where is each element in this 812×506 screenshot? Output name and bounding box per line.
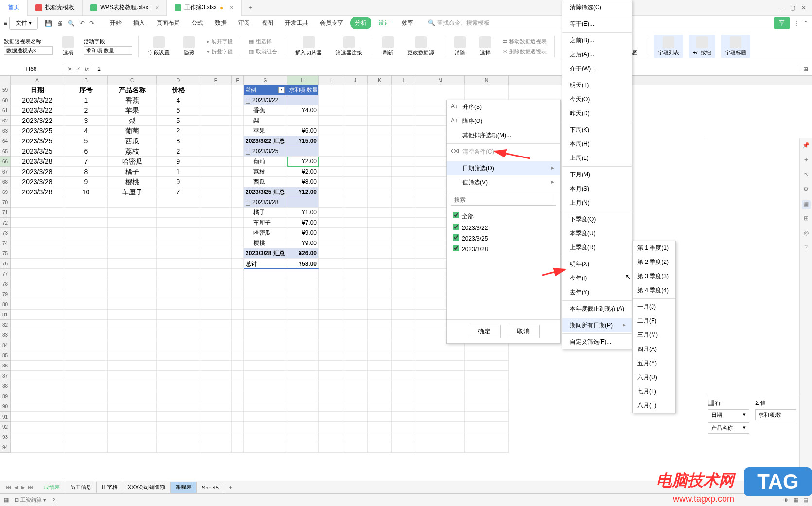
name-box[interactable]: H66: [0, 66, 63, 72]
close-icon[interactable]: ×: [155, 4, 159, 11]
date-filter-item[interactable]: 日期筛选(D)▸: [447, 161, 560, 175]
row-header[interactable]: 81: [0, 310, 11, 320]
formula-input[interactable]: 2: [93, 66, 799, 72]
hide-button[interactable]: 隐藏: [179, 35, 199, 58]
row-header[interactable]: 73: [0, 228, 11, 238]
period-item[interactable]: 七月(L): [633, 384, 675, 399]
col-header[interactable]: L: [392, 76, 416, 85]
grid-cells[interactable]: 日期序号产品名称价格举例▾求和项:数量2023/3/221香蕉4−2023/3/…: [11, 85, 812, 453]
ribbon-tab-design[interactable]: 设计: [373, 17, 395, 29]
row-header[interactable]: 62: [0, 116, 11, 126]
col-header[interactable]: H: [287, 76, 319, 85]
col-header[interactable]: C: [108, 76, 157, 85]
period-item[interactable]: 六月(U): [633, 370, 675, 384]
field-list-button[interactable]: 字段列表: [654, 35, 683, 58]
check-date[interactable]: 2023/3/25: [453, 233, 554, 244]
submenu-item[interactable]: 上周(L): [562, 151, 632, 165]
row-header[interactable]: 77: [0, 269, 11, 279]
filter-conn-button[interactable]: 筛选器连接: [332, 35, 366, 58]
close-icon[interactable]: ×: [230, 4, 233, 11]
sheet-tab[interactable]: 成绩表: [39, 482, 65, 493]
sheet-tab[interactable]: XXX公司销售额: [123, 482, 171, 493]
field-headers-button[interactable]: 字段标题: [721, 35, 750, 58]
page-view-icon[interactable]: ▤: [803, 497, 808, 503]
cursor-icon[interactable]: ↖: [802, 171, 811, 180]
row-header[interactable]: 61: [0, 105, 11, 116]
submenu-item[interactable]: 上季度(R): [562, 241, 632, 255]
sheet-tab[interactable]: 员工信息: [65, 482, 97, 493]
expand-field-button[interactable]: ▸展开字段: [205, 37, 235, 46]
submenu-item[interactable]: 今年(I): [562, 271, 632, 285]
add-sheet-button[interactable]: ＋: [224, 484, 237, 491]
tab-file-2[interactable]: 工作簿3.xlsx ● ×: [167, 0, 242, 16]
search-box[interactable]: 🔍 查找命令、搜索模板: [428, 19, 489, 27]
period-item[interactable]: 一月(J): [633, 300, 675, 314]
col-header[interactable]: A: [11, 76, 64, 85]
row-header[interactable]: 79: [0, 289, 11, 299]
period-item[interactable]: 第 3 季度(3): [633, 269, 675, 283]
row-header[interactable]: 84: [0, 340, 11, 350]
period-item[interactable]: 第 2 季度(2): [633, 255, 675, 269]
submenu-item[interactable]: 清除筛选(C): [562, 0, 632, 15]
ribbon-tab[interactable]: 开发工具: [280, 17, 313, 29]
move-pivot-button[interactable]: ⇄移动数据透视表: [501, 37, 548, 46]
help-icon[interactable]: ?: [802, 244, 811, 253]
ribbon-tab[interactable]: 开始: [105, 17, 126, 29]
save-icon[interactable]: 💾: [44, 19, 53, 28]
col-header[interactable]: K: [368, 76, 392, 85]
submenu-item[interactable]: 之后(A)...: [562, 48, 632, 62]
print-icon[interactable]: 🖨: [56, 19, 64, 28]
options-button[interactable]: 选项: [58, 35, 78, 58]
period-item[interactable]: 三月(M): [633, 328, 675, 342]
sort-asc-item[interactable]: A↓升序(S): [447, 100, 560, 114]
refresh-button[interactable]: 刷新: [378, 35, 398, 58]
submenu-item[interactable]: 本年度截止到现在(A): [562, 302, 632, 316]
clear-cond-item[interactable]: ⌫清空条件(C): [447, 145, 560, 159]
period-item[interactable]: 第 4 季度(4): [633, 283, 675, 297]
row-header[interactable]: 68: [0, 177, 11, 187]
submenu-item[interactable]: 介于(W)...: [562, 62, 632, 76]
connections-icon[interactable]: ⊞: [802, 215, 811, 224]
ribbon-tab[interactable]: 审阅: [233, 17, 255, 29]
row-header[interactable]: 90: [0, 401, 11, 412]
cancel-formula-icon[interactable]: ✕: [67, 66, 72, 72]
submenu-item[interactable]: 下周(K): [562, 123, 632, 137]
clear-button[interactable]: 清除: [450, 35, 470, 58]
row-header[interactable]: 71: [0, 208, 11, 218]
row-header[interactable]: 64: [0, 136, 11, 146]
row-header[interactable]: 93: [0, 432, 11, 442]
submenu-item[interactable]: 明天(T): [562, 78, 632, 92]
col-header[interactable]: D: [157, 76, 200, 85]
col-header[interactable]: F: [232, 76, 244, 85]
sort-desc-item[interactable]: A↑降序(O): [447, 114, 560, 128]
check-date[interactable]: 2023/3/22: [453, 222, 554, 233]
row-field-product[interactable]: 产品名称▾: [708, 422, 749, 434]
row-header[interactable]: 65: [0, 146, 11, 157]
submenu-item[interactable]: 等于(E)...: [562, 17, 632, 31]
sheet-nav-next-icon[interactable]: ▶: [21, 484, 25, 490]
row-header[interactable]: 66: [0, 157, 11, 167]
cancel-button[interactable]: 取消: [507, 325, 540, 338]
grid-view-icon[interactable]: ▦: [794, 497, 798, 503]
minimize-icon[interactable]: —: [778, 4, 784, 11]
row-header[interactable]: 63: [0, 126, 11, 136]
row-header[interactable]: 74: [0, 238, 11, 248]
col-header[interactable]: I: [319, 76, 343, 85]
tab-template[interactable]: 找稻壳模板: [28, 0, 83, 16]
tab-home[interactable]: 首页: [0, 0, 28, 16]
active-field-input[interactable]: [84, 46, 132, 55]
ribbon-tab-analyze[interactable]: 分析: [350, 17, 371, 29]
submenu-item[interactable]: 本季度(U): [562, 227, 632, 241]
delete-pivot-button[interactable]: ✕删除数据透视表: [501, 47, 548, 56]
row-header[interactable]: 76: [0, 259, 11, 269]
value-field[interactable]: 求和项:数: [755, 409, 796, 420]
ribbon-tab[interactable]: 数据: [210, 17, 231, 29]
sheet-nav-prev-icon[interactable]: ◀: [14, 484, 18, 490]
row-header[interactable]: 70: [0, 197, 11, 208]
row-header[interactable]: 75: [0, 248, 11, 259]
sheet-tab[interactable]: 课程表: [171, 482, 197, 493]
field-settings-button[interactable]: 字段设置: [144, 35, 174, 58]
view-icon[interactable]: 👁: [783, 497, 789, 503]
sheet-nav-last-icon[interactable]: ⏭: [28, 484, 33, 490]
period-item[interactable]: 四月(A): [633, 342, 675, 356]
